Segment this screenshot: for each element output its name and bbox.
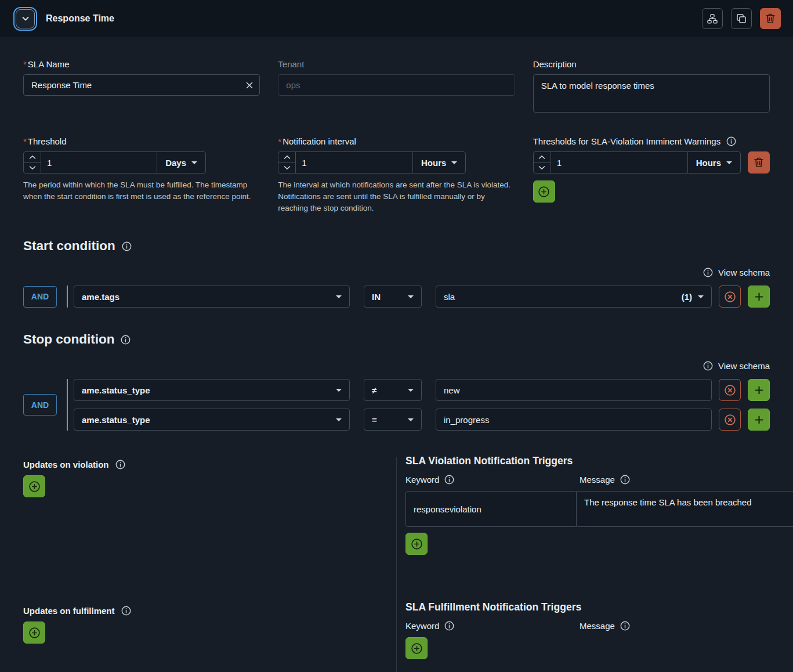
unit-value: Hours [421,158,446,168]
info-icon[interactable] [444,621,454,631]
sla-form: *SLA Name Tenant Description SLA to mode… [0,37,793,672]
plus-icon [754,292,764,302]
delete-sla-button[interactable] [760,8,781,29]
condition-value-multiselect[interactable]: sla (1) [436,286,712,308]
keyword-column-header: Keyword [405,621,439,631]
duplicate-sla-button[interactable] [731,8,752,29]
caret-down-icon [408,418,414,421]
required-asterisk: * [23,59,27,69]
remove-condition-button[interactable] [719,286,741,308]
notification-interval-unit-select[interactable]: Hours [412,152,465,173]
caret-down-icon [191,161,197,164]
clear-input-icon[interactable] [245,81,254,89]
collapse-panel-button[interactable] [16,9,35,28]
add-condition-button[interactable] [748,286,770,308]
violation-triggers-title: SLA Violation Notification Triggers [405,455,770,467]
description-label: Description [533,59,770,69]
start-condition-join-button[interactable]: AND [23,286,57,308]
stepper-up-button[interactable] [278,152,295,162]
condition-field-select[interactable]: ame.status_type [74,409,350,431]
threshold-unit-select[interactable]: Days [157,152,205,173]
remove-condition-button[interactable] [719,379,741,401]
stepper-up-button[interactable] [534,152,551,162]
circle-x-icon [724,291,736,303]
circle-x-icon [724,384,736,396]
info-icon[interactable] [620,475,630,485]
condition-field-select[interactable]: ame.tags [74,286,350,308]
add-violation-trigger-button[interactable] [405,533,428,555]
condition-operator-select[interactable]: ≠ [364,379,422,401]
updates-on-violation-title: Updates on violation [23,460,109,469]
threshold-label: *Threshold [23,136,260,146]
thresholds-row: *Threshold Days The period within which … [23,136,770,214]
caret-down-icon [408,389,414,392]
stepper-down-button[interactable] [24,162,41,174]
caret-down-icon [336,295,342,298]
imminent-warnings-label: Thresholds for SLA-Violation Imminent Wa… [533,136,770,146]
condition-value-input[interactable]: new [436,379,712,401]
info-icon[interactable] [726,136,736,146]
start-condition-rows: ame.tags IN sla (1) [67,286,770,308]
sla-name-label: *SLA Name [23,59,260,69]
unit-value: Days [165,158,186,168]
imminent-warning-stepper: Hours [533,151,741,174]
notification-interval-help-text: The interval at which notifications are … [278,179,511,214]
updates-on-fulfillment-block: Updates on fulfillment [23,601,396,659]
info-icon[interactable] [115,460,125,469]
add-condition-button[interactable] [748,379,770,401]
view-schema-link[interactable]: View schema [23,361,770,371]
condition-operator-value: = [372,415,377,425]
view-schema-link[interactable]: View schema [23,268,770,277]
condition-operator-select[interactable]: IN [364,286,422,308]
notification-interval-value-input[interactable] [296,152,412,173]
add-violation-update-button[interactable] [23,475,45,497]
delete-imminent-warning-button[interactable] [748,151,770,174]
stop-condition-join-button[interactable]: AND [23,394,57,416]
sla-name-input[interactable] [23,74,260,96]
violation-triggers-block: SLA Violation Notification Triggers Keyw… [396,455,770,555]
condition-row: ame.tags IN sla (1) [74,286,770,308]
threshold-value-input[interactable] [41,152,157,173]
add-imminent-warning-button[interactable] [533,180,555,203]
stepper-up-button[interactable] [24,152,41,162]
info-icon[interactable] [122,241,132,251]
view-schema-tree-button[interactable] [702,8,723,29]
info-icon[interactable] [620,621,630,631]
keyword-column-header: Keyword [405,475,439,485]
stepper-down-button[interactable] [534,162,551,174]
notification-interval-group: *Notification interval Hours The interva… [278,136,515,214]
fulfillment-triggers-block: SLA Fulfillment Notification Triggers Ke… [396,601,770,659]
stepper-down-button[interactable] [278,162,295,174]
imminent-warning-value-input[interactable] [551,152,687,173]
condition-value-input[interactable]: in_progress [436,409,712,431]
info-icon[interactable] [121,335,131,345]
condition-operator-select[interactable]: = [364,409,422,431]
condition-field-select[interactable]: ame.status_type [74,379,350,401]
threshold-group: *Threshold Days The period within which … [23,136,260,214]
add-fulfillment-trigger-button[interactable] [405,637,428,659]
notification-interval-stepper: Hours [278,151,466,174]
info-icon [703,268,713,277]
add-fulfillment-update-button[interactable] [23,622,45,644]
updates-on-violation-block: Updates on violation [23,455,396,555]
tenant-group: Tenant [278,59,515,114]
description-textarea[interactable]: SLA to model response times [533,74,770,113]
start-condition-title: Start condition [23,239,115,254]
condition-field-value: ame.status_type [82,415,150,425]
message-column-header: Message [580,621,615,631]
plus-icon [754,415,764,425]
imminent-warning-unit-select[interactable]: Hours [687,152,740,173]
updates-on-fulfillment-title: Updates on fulfillment [23,606,115,616]
copy-icon [737,14,746,23]
info-icon[interactable] [121,606,131,616]
add-condition-button[interactable] [748,409,770,431]
info-icon[interactable] [444,475,454,485]
remove-condition-button[interactable] [719,409,741,431]
plus-icon [754,385,764,395]
circle-x-icon [724,414,736,426]
trigger-keyword-input[interactable] [405,491,577,527]
panel-title: Response Time [46,13,114,24]
circle-plus-icon [411,538,423,550]
trigger-message-textarea[interactable]: The response time SLA has been breached [576,491,793,527]
selected-count: (1) [682,292,692,302]
